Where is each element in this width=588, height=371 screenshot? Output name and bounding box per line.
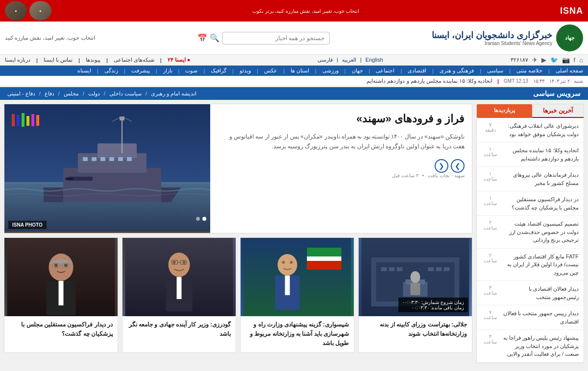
facebook-icon[interactable]: f <box>574 56 576 64</box>
svg-rect-21 <box>109 157 114 161</box>
sidebar-item-8[interactable]: پیشنهاد رئیس پلیس راهور فراجا به پزشکیان… <box>477 330 584 363</box>
nav-sports[interactable]: ورزشی <box>322 68 339 74</box>
card-1[interactable]: زمان شروع شمارش: ۰۰:۰۳:۳۰ زمان باقی ماند… <box>358 237 472 353</box>
twitter-icon[interactable]: 🐦 <box>550 56 558 64</box>
svg-rect-5 <box>22 113 24 127</box>
arabic-link[interactable]: العربیه <box>342 57 356 63</box>
ticker-time-local: ۱۵:۴۳ <box>533 78 544 84</box>
nav-audio[interactable]: صوت <box>185 68 197 74</box>
hero-next-btn[interactable]: ❮ <box>435 159 448 173</box>
telegram-icon[interactable]: ✈ <box>532 56 538 64</box>
sidebar-text-8: پیشنهاد رئیس پلیس راهور فراجا به پزشکیان… <box>501 334 579 358</box>
search-button[interactable]: 🔍 <box>210 33 220 43</box>
nav-social[interactable]: اجتماعی <box>376 68 394 74</box>
svg-rect-33 <box>397 267 403 271</box>
nav-video[interactable]: ویدئو <box>240 68 251 74</box>
breadcrumb-item-2[interactable]: دولت <box>88 91 100 97</box>
social-networks-link[interactable]: شبکه‌های اجتماعی <box>114 57 154 63</box>
about-link[interactable]: درباره ایسنا <box>5 57 30 63</box>
breadcrumb-item-5[interactable]: دفاع - امنیتی <box>7 91 35 97</box>
nav-market[interactable]: بازار <box>163 68 172 74</box>
svg-rect-35 <box>436 267 442 271</box>
nav-life[interactable]: زندگی <box>104 68 118 74</box>
sidebar-time-8: ۳ ساعت <box>482 334 499 345</box>
breadcrumb-item-3[interactable]: مجلس <box>64 91 79 97</box>
card-4[interactable]: در دیدار فراکسیون مستقلین مجلس با پزشکیا… <box>4 237 118 353</box>
card-2[interactable]: شپسواری: گزینه پیشنهادی وزارت راه و شهرس… <box>240 237 354 353</box>
svg-rect-32 <box>389 267 395 271</box>
svg-point-45 <box>290 261 293 264</box>
hero-meta: سهند - نجات یافت • ۳ ساعت قبل <box>218 173 465 178</box>
nav-summary[interactable]: خلاصه متنی <box>516 68 542 74</box>
svg-rect-17 <box>66 178 73 180</box>
card-1-title: جلالی: بهتراست وزرای کابینه از بدنه وزار… <box>359 316 472 343</box>
links-link[interactable]: پیوندها <box>86 57 100 63</box>
hero-prev-btn[interactable]: ❯ <box>451 159 465 173</box>
ticker-time-gmt: GMT 12:13 <box>504 78 528 84</box>
nav-provinces[interactable]: استان ها <box>291 68 309 74</box>
sidebar-item-4[interactable]: تصمیم کمیسیون اقتصاد هیئت دولت در خصوص ح… <box>477 216 584 249</box>
search-input[interactable] <box>222 32 330 45</box>
tab-popular[interactable]: پربازدیدها <box>477 104 532 118</box>
breadcrumb-item-0[interactable]: اندیشه امام و رهبری <box>151 91 196 97</box>
hero-title: فراز و فرودهای «سهند» <box>218 112 465 127</box>
card-4-title: در دیدار فراکسیون مستقلین مجلس با پزشکیا… <box>4 316 118 343</box>
sidebar-item-1[interactable]: اتحادیه وکلا: ۱۵ نماینده مجلس یازدهم و د… <box>477 142 584 167</box>
svg-rect-23 <box>127 157 132 161</box>
calendar-icon: 📅 <box>197 33 207 43</box>
hero-desc: ناوشکن «سهند» در سال ۱۴۰۰ توانسته بود به… <box>218 132 465 152</box>
svg-rect-6 <box>26 116 29 126</box>
svg-rect-49 <box>177 277 182 299</box>
svg-rect-34 <box>428 267 434 271</box>
leader-portrait: ● <box>29 1 51 21</box>
breadcrumb-item-4[interactable]: دفاع <box>45 91 54 97</box>
sidebar-text-5: FATF مانع کار اقتصادی کشور نیست/ فردا او… <box>501 253 579 277</box>
hero-nav-btns: ❯ ❮ <box>218 159 465 173</box>
nav-cultural[interactable]: فرهنگی و هنری <box>440 68 474 74</box>
nav-isna[interactable]: ایسنا‌ه <box>77 68 91 74</box>
isna24-label[interactable]: ● ایسنا ۲۴ <box>168 57 191 63</box>
svg-rect-11 <box>98 143 137 158</box>
sidebar-item-5[interactable]: FATF مانع کار اقتصادی کشور نیست/ فردا او… <box>477 249 584 281</box>
card-4-svg <box>4 238 118 316</box>
breadcrumb-item-1[interactable]: سیاست داخلی <box>109 91 142 97</box>
nav-political[interactable]: سیاسی <box>487 68 503 74</box>
sidebar-text-1: اتحادیه وکلا: ۱۵ نماینده مجلس یازدهم و د… <box>501 146 579 162</box>
svg-rect-20 <box>100 157 105 161</box>
sidebar-text-0: دیرشورای عالی انقلاب فرهنگی: دولت پزشکیا… <box>501 122 579 138</box>
contact-link[interactable]: تماس با ایسنا <box>44 57 73 63</box>
sidebar-time-0: ۷ دقیقه <box>482 122 499 133</box>
card-4-image <box>4 238 118 316</box>
sidebar-item-7[interactable]: دیدار رییس جمهور منتخب با فعالان اقتصادی… <box>477 305 584 330</box>
farsi-link[interactable]: فارسی <box>318 57 333 63</box>
sidebar-item-0[interactable]: دیرشورای عالی انقلاب فرهنگی: دولت پزشکیا… <box>477 118 584 142</box>
sidebar-time-7: ۷ ساعت <box>482 309 499 320</box>
nav-economic[interactable]: اقتصادی <box>408 68 426 74</box>
nav-photo[interactable]: عکس <box>264 68 277 74</box>
nav-progress[interactable]: پیشرفت <box>131 68 150 74</box>
svg-rect-18 <box>83 157 88 161</box>
sidebar-item-2[interactable]: دیدار فرماندهان عالی نیروهای مسلح کشور ب… <box>477 167 584 191</box>
sidebar-time-3: ۱ ساعت <box>482 195 499 206</box>
ticker-text: اتحادیه وکلا: ۱۵ نماینده مجلس یازدهم و د… <box>367 78 492 84</box>
nav-world[interactable]: جهان <box>352 68 363 74</box>
sidebar: آخرین خبرها پربازدیدها دیرشورای عالی انق… <box>476 104 584 363</box>
tab-latest-news[interactable]: آخرین خبرها <box>532 104 584 118</box>
nav-graphics[interactable]: گرافیک <box>211 68 226 74</box>
card-2-svg <box>241 238 354 316</box>
sidebar-time-6: ۳ ساعت <box>482 285 499 296</box>
youtube-icon[interactable]: ▶ <box>541 56 546 64</box>
card-2-image <box>241 238 354 316</box>
english-link[interactable]: English <box>366 57 383 63</box>
isna-logo: ISNA <box>560 6 583 16</box>
card-3-image <box>122 238 236 316</box>
sidebar-item-6[interactable]: دیدار فعالان اقتصادی با رئیس‌جمهور منتخب… <box>477 281 584 305</box>
sidebar-item-3[interactable]: در دیدار فراکسیون مستقلین مجلس با پزشکیا… <box>477 191 584 216</box>
right-nav-mini: ● ایسنا ۲۴ | شبکه‌های اجتماعی | پیوندها … <box>5 57 190 63</box>
card-3[interactable]: گودرزی: وزیر کار آینده جهادی و جامعه نگر… <box>122 237 236 353</box>
instagram-icon[interactable]: 📷 <box>562 56 570 64</box>
leader-portrait-2: ● <box>5 1 27 21</box>
hero-ship-svg <box>4 104 210 232</box>
nav-home[interactable]: صفحه اصلی <box>556 68 583 74</box>
service-name: سرویس سیاسی <box>533 90 581 97</box>
